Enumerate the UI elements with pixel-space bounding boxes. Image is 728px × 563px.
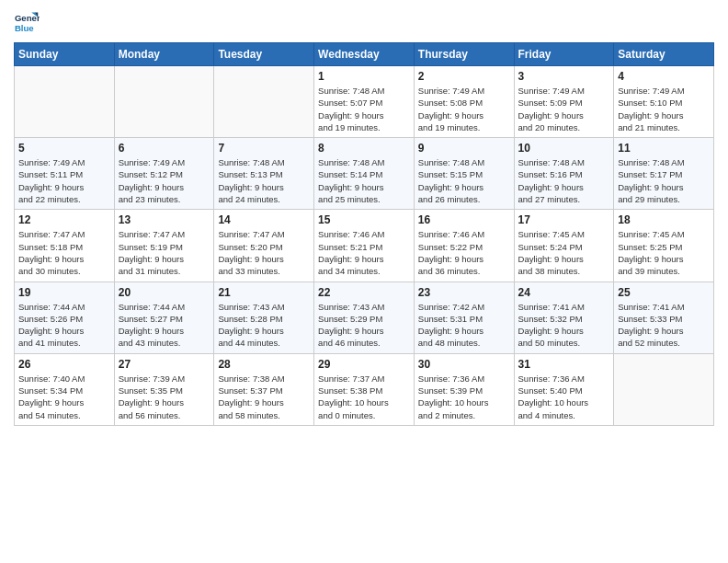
calendar-cell: 12Sunrise: 7:47 AM Sunset: 5:18 PM Dayli… bbox=[15, 210, 115, 282]
calendar-cell: 28Sunrise: 7:38 AM Sunset: 5:37 PM Dayli… bbox=[214, 353, 314, 425]
header: General Blue bbox=[14, 9, 714, 35]
calendar-cell: 31Sunrise: 7:36 AM Sunset: 5:40 PM Dayli… bbox=[514, 353, 614, 425]
day-info: Sunrise: 7:36 AM Sunset: 5:39 PM Dayligh… bbox=[418, 373, 510, 421]
day-number: 11 bbox=[618, 142, 710, 155]
day-number: 10 bbox=[518, 142, 610, 155]
calendar-cell: 14Sunrise: 7:47 AM Sunset: 5:20 PM Dayli… bbox=[214, 210, 314, 282]
calendar-cell: 26Sunrise: 7:40 AM Sunset: 5:34 PM Dayli… bbox=[15, 353, 115, 425]
weekday-header-friday: Friday bbox=[514, 43, 614, 66]
page: General Blue SundayMondayTuesdayWednesda… bbox=[0, 0, 728, 440]
calendar-cell: 16Sunrise: 7:46 AM Sunset: 5:22 PM Dayli… bbox=[414, 210, 514, 282]
calendar-week-4: 19Sunrise: 7:44 AM Sunset: 5:26 PM Dayli… bbox=[15, 282, 714, 353]
day-info: Sunrise: 7:48 AM Sunset: 5:16 PM Dayligh… bbox=[518, 156, 610, 205]
day-number: 1 bbox=[318, 70, 410, 83]
day-info: Sunrise: 7:47 AM Sunset: 5:20 PM Dayligh… bbox=[218, 228, 310, 277]
day-info: Sunrise: 7:49 AM Sunset: 5:12 PM Dayligh… bbox=[119, 156, 210, 205]
day-number: 23 bbox=[418, 286, 510, 299]
calendar-cell: 9Sunrise: 7:48 AM Sunset: 5:15 PM Daylig… bbox=[414, 138, 514, 210]
day-info: Sunrise: 7:43 AM Sunset: 5:28 PM Dayligh… bbox=[218, 301, 310, 350]
day-info: Sunrise: 7:37 AM Sunset: 5:38 PM Dayligh… bbox=[318, 373, 410, 421]
day-info: Sunrise: 7:46 AM Sunset: 5:21 PM Dayligh… bbox=[318, 228, 410, 277]
calendar-cell bbox=[614, 353, 714, 425]
day-info: Sunrise: 7:47 AM Sunset: 5:18 PM Dayligh… bbox=[18, 228, 110, 277]
day-number: 14 bbox=[218, 213, 310, 226]
day-info: Sunrise: 7:43 AM Sunset: 5:29 PM Dayligh… bbox=[318, 301, 410, 350]
day-number: 30 bbox=[418, 358, 510, 371]
calendar-cell: 11Sunrise: 7:48 AM Sunset: 5:17 PM Dayli… bbox=[614, 138, 714, 210]
weekday-header-sunday: Sunday bbox=[15, 43, 115, 66]
day-info: Sunrise: 7:36 AM Sunset: 5:40 PM Dayligh… bbox=[518, 373, 610, 421]
calendar-cell: 13Sunrise: 7:47 AM Sunset: 5:19 PM Dayli… bbox=[114, 210, 214, 282]
day-info: Sunrise: 7:48 AM Sunset: 5:14 PM Dayligh… bbox=[318, 156, 410, 205]
day-number: 6 bbox=[119, 142, 210, 155]
calendar-cell: 5Sunrise: 7:49 AM Sunset: 5:11 PM Daylig… bbox=[15, 138, 115, 210]
day-info: Sunrise: 7:48 AM Sunset: 5:15 PM Dayligh… bbox=[418, 156, 510, 205]
calendar-cell: 10Sunrise: 7:48 AM Sunset: 5:16 PM Dayli… bbox=[514, 138, 614, 210]
day-number: 25 bbox=[618, 286, 710, 299]
day-number: 27 bbox=[119, 358, 210, 371]
day-info: Sunrise: 7:49 AM Sunset: 5:08 PM Dayligh… bbox=[418, 85, 510, 133]
day-number: 4 bbox=[618, 70, 710, 83]
day-number: 3 bbox=[518, 70, 610, 83]
calendar-cell: 15Sunrise: 7:46 AM Sunset: 5:21 PM Dayli… bbox=[314, 210, 415, 282]
day-info: Sunrise: 7:41 AM Sunset: 5:33 PM Dayligh… bbox=[618, 301, 710, 350]
calendar-cell: 24Sunrise: 7:41 AM Sunset: 5:32 PM Dayli… bbox=[514, 282, 614, 353]
calendar-cell: 27Sunrise: 7:39 AM Sunset: 5:35 PM Dayli… bbox=[114, 353, 214, 425]
day-number: 13 bbox=[119, 213, 210, 226]
svg-text:Blue: Blue bbox=[15, 23, 34, 33]
calendar-week-3: 12Sunrise: 7:47 AM Sunset: 5:18 PM Dayli… bbox=[15, 210, 714, 282]
day-info: Sunrise: 7:44 AM Sunset: 5:27 PM Dayligh… bbox=[119, 301, 210, 350]
weekday-header-saturday: Saturday bbox=[614, 43, 714, 66]
weekday-header-row: SundayMondayTuesdayWednesdayThursdayFrid… bbox=[15, 43, 714, 66]
calendar-cell: 17Sunrise: 7:45 AM Sunset: 5:24 PM Dayli… bbox=[514, 210, 614, 282]
calendar-cell: 2Sunrise: 7:49 AM Sunset: 5:08 PM Daylig… bbox=[414, 66, 514, 138]
day-info: Sunrise: 7:45 AM Sunset: 5:24 PM Dayligh… bbox=[518, 228, 610, 277]
day-info: Sunrise: 7:48 AM Sunset: 5:17 PM Dayligh… bbox=[618, 156, 710, 205]
day-number: 17 bbox=[518, 213, 610, 226]
day-number: 29 bbox=[318, 358, 410, 371]
day-number: 20 bbox=[119, 286, 210, 299]
day-number: 18 bbox=[618, 213, 710, 226]
day-info: Sunrise: 7:49 AM Sunset: 5:10 PM Dayligh… bbox=[618, 85, 710, 133]
calendar-cell: 29Sunrise: 7:37 AM Sunset: 5:38 PM Dayli… bbox=[314, 353, 415, 425]
weekday-header-wednesday: Wednesday bbox=[314, 43, 415, 66]
calendar-cell: 30Sunrise: 7:36 AM Sunset: 5:39 PM Dayli… bbox=[414, 353, 514, 425]
calendar-week-2: 5Sunrise: 7:49 AM Sunset: 5:11 PM Daylig… bbox=[15, 138, 714, 210]
day-info: Sunrise: 7:42 AM Sunset: 5:31 PM Dayligh… bbox=[418, 301, 510, 350]
day-number: 19 bbox=[18, 286, 110, 299]
day-number: 31 bbox=[518, 358, 610, 371]
calendar-cell: 8Sunrise: 7:48 AM Sunset: 5:14 PM Daylig… bbox=[314, 138, 415, 210]
weekday-header-thursday: Thursday bbox=[414, 43, 514, 66]
calendar-cell: 23Sunrise: 7:42 AM Sunset: 5:31 PM Dayli… bbox=[414, 282, 514, 353]
day-info: Sunrise: 7:40 AM Sunset: 5:34 PM Dayligh… bbox=[18, 373, 110, 421]
calendar-cell: 6Sunrise: 7:49 AM Sunset: 5:12 PM Daylig… bbox=[114, 138, 214, 210]
day-number: 2 bbox=[418, 70, 510, 83]
day-number: 12 bbox=[18, 213, 110, 226]
day-number: 15 bbox=[318, 213, 410, 226]
day-number: 16 bbox=[418, 213, 510, 226]
day-info: Sunrise: 7:39 AM Sunset: 5:35 PM Dayligh… bbox=[119, 373, 210, 421]
day-number: 21 bbox=[218, 286, 310, 299]
calendar-cell: 7Sunrise: 7:48 AM Sunset: 5:13 PM Daylig… bbox=[214, 138, 314, 210]
calendar-cell: 20Sunrise: 7:44 AM Sunset: 5:27 PM Dayli… bbox=[114, 282, 214, 353]
day-number: 7 bbox=[218, 142, 310, 155]
day-number: 24 bbox=[518, 286, 610, 299]
day-info: Sunrise: 7:48 AM Sunset: 5:07 PM Dayligh… bbox=[318, 85, 410, 133]
calendar-cell bbox=[214, 66, 314, 138]
calendar-cell bbox=[15, 66, 115, 138]
weekday-header-tuesday: Tuesday bbox=[214, 43, 314, 66]
day-info: Sunrise: 7:45 AM Sunset: 5:25 PM Dayligh… bbox=[618, 228, 710, 277]
logo: General Blue bbox=[14, 9, 40, 35]
day-info: Sunrise: 7:41 AM Sunset: 5:32 PM Dayligh… bbox=[518, 301, 610, 350]
logo-icon: General Blue bbox=[14, 9, 40, 35]
calendar-cell bbox=[114, 66, 214, 138]
day-info: Sunrise: 7:48 AM Sunset: 5:13 PM Dayligh… bbox=[218, 156, 310, 205]
day-number: 26 bbox=[18, 358, 110, 371]
weekday-header-monday: Monday bbox=[114, 43, 214, 66]
day-info: Sunrise: 7:47 AM Sunset: 5:19 PM Dayligh… bbox=[119, 228, 210, 277]
day-number: 28 bbox=[218, 358, 310, 371]
day-number: 22 bbox=[318, 286, 410, 299]
calendar-cell: 4Sunrise: 7:49 AM Sunset: 5:10 PM Daylig… bbox=[614, 66, 714, 138]
calendar-cell: 22Sunrise: 7:43 AM Sunset: 5:29 PM Dayli… bbox=[314, 282, 415, 353]
calendar-cell: 19Sunrise: 7:44 AM Sunset: 5:26 PM Dayli… bbox=[15, 282, 115, 353]
